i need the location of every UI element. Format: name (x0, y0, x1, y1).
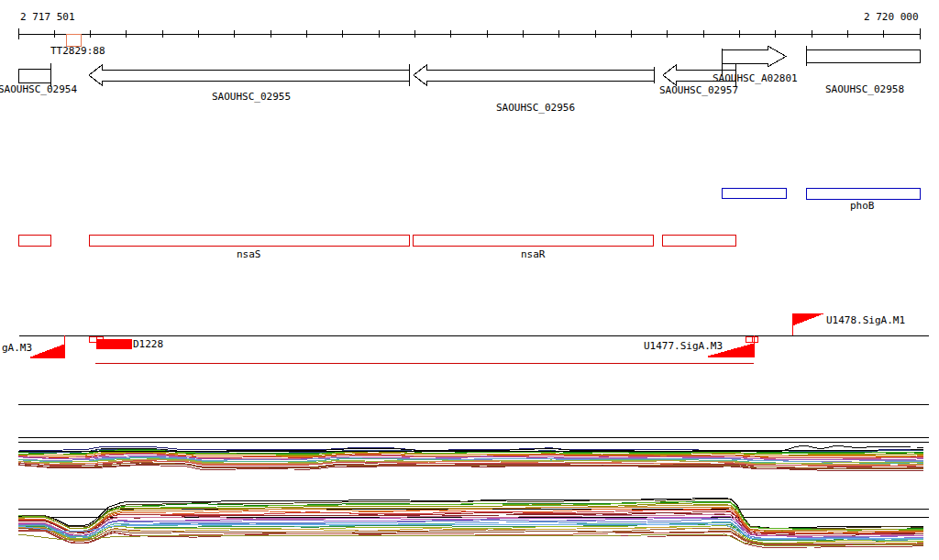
browser-canvas (0, 0, 939, 560)
gene-SAOUHSC_02958[interactable] (806, 49, 920, 62)
flag-D1228-filled-box[interactable] (96, 339, 131, 348)
blue-operon-box-0[interactable] (722, 188, 786, 198)
ruler-end-coordinate: 2 720 000 (864, 12, 919, 23)
ruler-start-coordinate: 2 717 501 (20, 12, 75, 23)
red-operon-box-3[interactable] (662, 235, 735, 246)
tss-label-sigA-M3-truncated: gA.M3 (2, 343, 32, 354)
gene-SAOUHSC_02955[interactable] (89, 65, 409, 85)
reverse-profile-traces (18, 498, 923, 547)
gene-label-02954: SAOUHSC_02954 (0, 84, 77, 95)
gene-label-A02801: SAOUHSC_A02801 (713, 73, 798, 84)
red-operon-box-0[interactable] (18, 235, 50, 246)
gene-label-02958: SAOUHSC_02958 (825, 84, 904, 95)
red-operon-box-1[interactable] (89, 235, 409, 246)
operon-label-nsaS: nsaS (237, 249, 261, 260)
gene-label-02957: SAOUHSC_02957 (659, 85, 738, 96)
flag-gA-M3-pennant[interactable] (30, 345, 64, 357)
flag-U1477-SigA-M3-site-box (752, 336, 757, 342)
operon-label-phoB: phoB (850, 201, 875, 212)
gene-label-02956: SAOUHSC_02956 (496, 103, 575, 114)
flag-U1477-SigA-M3-site-box (746, 336, 752, 342)
blue-operon-box-1[interactable] (806, 188, 920, 199)
tss-label-U1478-sigA-M1: U1478.SigA.M1 (826, 315, 905, 326)
forward-profile-traces (18, 446, 923, 471)
flag-U1478-SigA-M1-pennant[interactable] (792, 313, 823, 325)
genome-browser-window: 2 717 501 2 720 000 TT2829:88 SAOUHSC_02… (0, 0, 939, 560)
gene-label-02955: SAOUHSC_02955 (212, 92, 291, 103)
operon-label-nsaR: nsaR (521, 249, 546, 260)
site-label-D1228: D1228 (133, 339, 163, 350)
tt-marker-label: TT2829:88 (50, 46, 105, 57)
red-operon-box-2[interactable] (413, 235, 653, 246)
tss-label-U1477-sigA-M3: U1477.SigA.M3 (644, 341, 723, 352)
gene-SAOUHSC_02956[interactable] (414, 65, 654, 85)
flag-D1228-site-box (89, 336, 96, 342)
gene-SAOUHSC_02954[interactable] (18, 69, 50, 82)
gene-SAOUHSC_A02801[interactable] (722, 46, 786, 67)
